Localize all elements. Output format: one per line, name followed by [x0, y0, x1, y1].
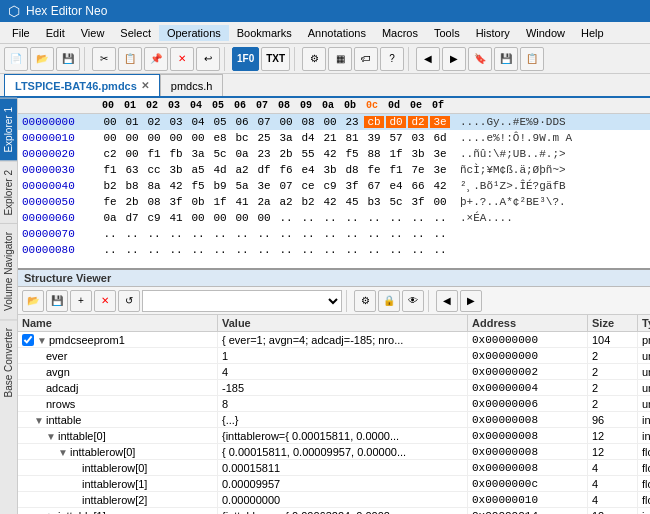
hex-byte-cell[interactable]: 03 [408, 132, 428, 144]
hex-byte-cell[interactable]: 00 [144, 132, 164, 144]
hex-byte-cell[interactable]: 00 [100, 132, 120, 144]
sv-left-btn[interactable]: ◀ [436, 290, 458, 312]
hex-byte-cell[interactable]: 3a [188, 148, 208, 160]
hex-byte-cell[interactable]: c9 [320, 180, 340, 192]
tree-row[interactable]: inttablerow[2]0.000000000x000000104float [18, 492, 650, 508]
hex-byte-cell[interactable]: .. [276, 244, 296, 256]
sidebar-tab-volume[interactable]: Volume Navigator [0, 223, 17, 319]
hex-byte-cell[interactable]: .. [122, 228, 142, 240]
hex-byte-cell[interactable]: 3b [166, 164, 186, 176]
hex-row[interactable]: 000000100000000000e8bc253ad421813957036d… [18, 130, 650, 146]
tag-btn[interactable]: 🏷 [354, 47, 378, 71]
tree-row[interactable]: inttablerow[0]0.000158110x000000084float [18, 460, 650, 476]
hex-byte-cell[interactable]: .. [144, 244, 164, 256]
hex-byte-cell[interactable]: 3f [408, 196, 428, 208]
hex-byte-cell[interactable]: 00 [166, 132, 186, 144]
bookmark-btn[interactable]: 🔖 [468, 47, 492, 71]
hex-row[interactable]: 00000080................................ [18, 242, 650, 258]
sv-lock-btn[interactable]: 🔒 [378, 290, 400, 312]
tree-toggle[interactable]: ▼ [46, 431, 56, 442]
hex-byte-cell[interactable]: d0 [386, 116, 406, 128]
hex-row[interactable]: 00000050fe2b083f0b1f412aa2b24245b35c3f00… [18, 194, 650, 210]
sv-settings-btn[interactable]: ⚙ [354, 290, 376, 312]
hex-byte-cell[interactable]: 55 [298, 148, 318, 160]
hex-byte-cell[interactable]: b2 [298, 196, 318, 208]
sv-right-btn[interactable]: ▶ [460, 290, 482, 312]
hex-byte-cell[interactable]: .. [298, 244, 318, 256]
tree-toggle[interactable]: ▼ [34, 415, 44, 426]
hex-byte-cell[interactable]: 39 [364, 132, 384, 144]
hex-byte-cell[interactable]: 07 [276, 180, 296, 192]
menu-item-edit[interactable]: Edit [38, 25, 73, 41]
menu-item-operations[interactable]: Operations [159, 25, 229, 41]
hex-byte-cell[interactable]: 00 [232, 212, 252, 224]
hex-byte-cell[interactable]: 2b [122, 196, 142, 208]
hex-byte-cell[interactable]: df [254, 164, 274, 176]
sv-struct-select[interactable] [142, 290, 342, 312]
txt-btn[interactable]: TXT [261, 47, 290, 71]
hex-byte-cell[interactable]: .. [342, 244, 362, 256]
hex-byte-cell[interactable]: .. [298, 212, 318, 224]
hex-byte-cell[interactable]: 07 [254, 116, 274, 128]
hex-byte-cell[interactable]: .. [320, 228, 340, 240]
hex-byte-cell[interactable]: .. [320, 244, 340, 256]
hex-byte-cell[interactable]: 05 [210, 116, 230, 128]
menu-item-bookmarks[interactable]: Bookmarks [229, 25, 300, 41]
tree-toggle[interactable]: ▼ [58, 447, 68, 458]
hex-byte-cell[interactable]: fe [364, 164, 384, 176]
hex-byte-cell[interactable]: 42 [320, 196, 340, 208]
hex-byte-cell[interactable]: 42 [320, 148, 340, 160]
sidebar-tab-explorer1[interactable]: Explorer 1 [0, 98, 17, 161]
hex-byte-cell[interactable]: d4 [298, 132, 318, 144]
menu-item-window[interactable]: Window [518, 25, 573, 41]
hex-byte-cell[interactable]: b8 [122, 180, 142, 192]
hex-byte-cell[interactable]: 00 [276, 116, 296, 128]
hex-byte-cell[interactable]: 2b [276, 148, 296, 160]
tree-row[interactable]: ▼inttable[0]{inttablerow={ 0.00015811, 0… [18, 428, 650, 444]
hex-byte-cell[interactable]: 08 [298, 116, 318, 128]
tab-ltspice-close[interactable]: ✕ [141, 80, 149, 91]
hex-byte-cell[interactable]: .. [408, 212, 428, 224]
hex-byte-cell[interactable]: .. [342, 212, 362, 224]
hex-byte-cell[interactable]: .. [254, 244, 274, 256]
hex-byte-cell[interactable]: 3e [430, 116, 450, 128]
hex-byte-cell[interactable]: d2 [408, 116, 428, 128]
hex-byte-cell[interactable]: ce [298, 180, 318, 192]
sv-add-btn[interactable]: + [70, 290, 92, 312]
hex-byte-cell[interactable]: 1f [210, 196, 230, 208]
forward-btn[interactable]: ▶ [442, 47, 466, 71]
hex-byte-cell[interactable]: 21 [320, 132, 340, 144]
back-btn[interactable]: ◀ [416, 47, 440, 71]
hex-btn[interactable]: 1F0 [232, 47, 259, 71]
hex-byte-cell[interactable]: 00 [188, 212, 208, 224]
hex-row[interactable]: 000000600ad7c94100000000................… [18, 210, 650, 226]
hex-byte-cell[interactable]: 4d [210, 164, 230, 176]
hex-byte-cell[interactable]: f6 [276, 164, 296, 176]
sv-delete-btn[interactable]: ✕ [94, 290, 116, 312]
hex-byte-cell[interactable]: b9 [210, 180, 230, 192]
hex-byte-cell[interactable]: fb [166, 148, 186, 160]
hex-byte-cell[interactable]: e4 [298, 164, 318, 176]
hex-byte-cell[interactable]: 3f [342, 180, 362, 192]
hex-byte-cell[interactable]: 45 [342, 196, 362, 208]
hex-byte-cell[interactable]: .. [188, 244, 208, 256]
tree-row[interactable]: +inttable[1]{inttablerow={ 0.00063224, 0… [18, 508, 650, 514]
copy-btn[interactable]: 📋 [118, 47, 142, 71]
menu-item-help[interactable]: Help [573, 25, 612, 41]
hex-byte-cell[interactable]: .. [320, 212, 340, 224]
hex-byte-cell[interactable]: .. [386, 212, 406, 224]
hex-byte-cell[interactable]: .. [100, 244, 120, 256]
hex-byte-cell[interactable]: e8 [210, 132, 230, 144]
tab-ltspice[interactable]: LTSPICE-BAT46.pmdcs ✕ [4, 74, 160, 96]
hex-byte-cell[interactable]: 5c [210, 148, 230, 160]
hex-byte-cell[interactable]: 8a [144, 180, 164, 192]
hex-byte-cell[interactable]: 0b [188, 196, 208, 208]
tree-row[interactable]: inttablerow[1]0.000099570x0000000c4float [18, 476, 650, 492]
hex-byte-cell[interactable]: fe [100, 196, 120, 208]
hex-byte-cell[interactable]: 04 [188, 116, 208, 128]
hex-byte-cell[interactable]: 41 [232, 196, 252, 208]
hex-byte-cell[interactable]: 3e [430, 148, 450, 160]
hex-byte-cell[interactable]: .. [430, 212, 450, 224]
menu-item-select[interactable]: Select [112, 25, 159, 41]
hex-byte-cell[interactable]: 00 [100, 116, 120, 128]
